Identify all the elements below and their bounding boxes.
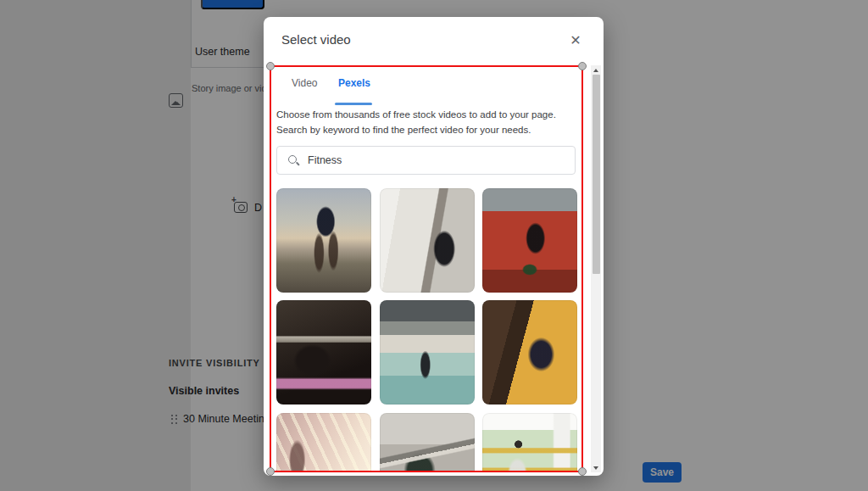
search-field[interactable] (276, 146, 576, 175)
tab-video[interactable]: Video (292, 77, 317, 89)
dialog-title: Select video (281, 32, 351, 47)
tab-pexels[interactable]: Pexels (338, 77, 370, 89)
video-thumbnail-red-gym-boxjump[interactable] (482, 188, 577, 293)
video-thumbnail-barbell-closeup[interactable] (276, 300, 371, 405)
scroll-up-icon[interactable] (591, 65, 601, 75)
resize-handle-bottom-left[interactable] (266, 467, 275, 476)
video-thumbnail-stairs-run[interactable] (276, 413, 371, 471)
video-thumbnail-coastal-yoga[interactable] (380, 300, 475, 405)
video-thumbnail-yellow-mat-workout[interactable] (482, 300, 577, 405)
modal-scrollbar[interactable] (591, 65, 601, 472)
video-thumbnail-porch-meditation[interactable] (482, 413, 577, 471)
resize-handle-top-right[interactable] (578, 62, 587, 70)
scroll-down-icon[interactable] (591, 463, 601, 472)
close-icon[interactable]: ✕ (567, 31, 584, 48)
select-video-dialog: Select video ✕ Video Pexels Choose from … (264, 17, 604, 476)
video-thumbnail-beach-runner[interactable] (276, 188, 371, 293)
scrollbar-thumb[interactable] (593, 75, 600, 274)
video-thumbnail-lat-pulldown[interactable] (380, 413, 475, 471)
resize-handle-bottom-right[interactable] (578, 467, 587, 476)
active-tab-indicator (335, 103, 372, 105)
search-icon (288, 155, 299, 166)
panel-description: Choose from thousands of free stock vide… (276, 108, 575, 138)
search-input[interactable] (308, 154, 545, 166)
video-thumbnail-hall-rope-exercise[interactable] (380, 188, 475, 293)
pexels-panel: Video Pexels Choose from thousands of fr… (271, 67, 581, 471)
resize-handle-top-left[interactable] (266, 62, 275, 70)
